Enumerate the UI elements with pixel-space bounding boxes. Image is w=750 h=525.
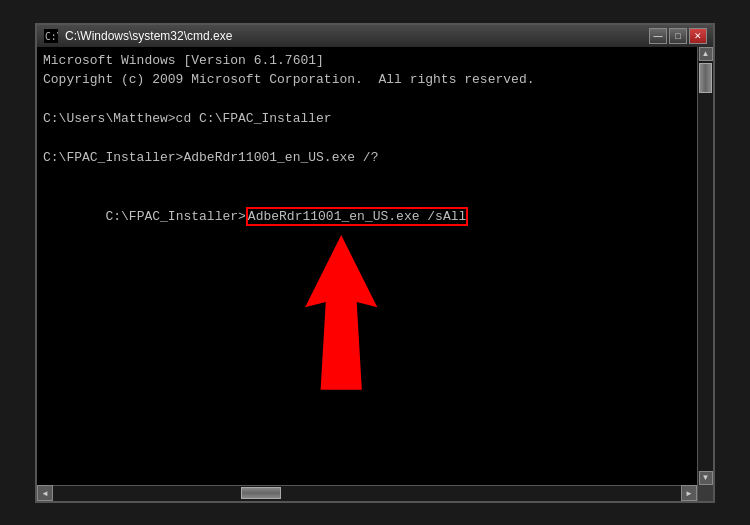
scrollbar-h-thumb[interactable] [241,487,281,499]
vertical-scrollbar: ▲ ▼ [697,47,713,485]
scrollbar-h-track [53,486,681,501]
window-controls: — □ ✕ [649,28,707,44]
scroll-up-button[interactable]: ▲ [699,47,713,61]
svg-marker-2 [305,235,377,390]
scroll-right-button[interactable]: ► [681,485,697,501]
terminal-line-5 [43,129,691,149]
terminal-line-1: Microsoft Windows [Version 6.1.7601] [43,51,691,71]
terminal-line-8: C:\FPAC_Installer>AdbeRdr11001_en_US.exe… [43,187,691,246]
scroll-down-button[interactable]: ▼ [699,471,713,485]
highlighted-command: AdbeRdr11001_en_US.exe /sAll [246,207,468,226]
bottom-bar: ◄ ► [37,485,713,501]
terminal-line-7 [43,168,691,188]
maximize-button[interactable]: □ [669,28,687,44]
terminal-prompt: C:\FPAC_Installer> [105,209,245,224]
terminal-output: Microsoft Windows [Version 6.1.7601] Cop… [37,47,697,485]
scroll-left-button[interactable]: ◄ [37,485,53,501]
cmd-icon: C:\ [43,28,59,44]
terminal-line-4: C:\Users\Matthew>cd C:\FPAC_Installer [43,109,691,129]
cmd-window: C:\ C:\Windows\system32\cmd.exe — □ ✕ Mi… [35,23,715,503]
svg-text:C:\: C:\ [45,31,58,42]
terminal-line-3 [43,90,691,110]
close-button[interactable]: ✕ [689,28,707,44]
window-title: C:\Windows\system32\cmd.exe [65,29,649,43]
content-area: Microsoft Windows [Version 6.1.7601] Cop… [37,47,713,485]
title-bar: C:\ C:\Windows\system32\cmd.exe — □ ✕ [37,25,713,47]
terminal-line-6: C:\FPAC_Installer>AdbeRdr11001_en_US.exe… [43,148,691,168]
scrollbar-v-track [698,61,713,471]
minimize-button[interactable]: — [649,28,667,44]
scrollbar-corner [697,485,713,501]
scrollbar-v-thumb[interactable] [699,63,712,93]
terminal-line-2: Copyright (c) 2009 Microsoft Corporation… [43,70,691,90]
